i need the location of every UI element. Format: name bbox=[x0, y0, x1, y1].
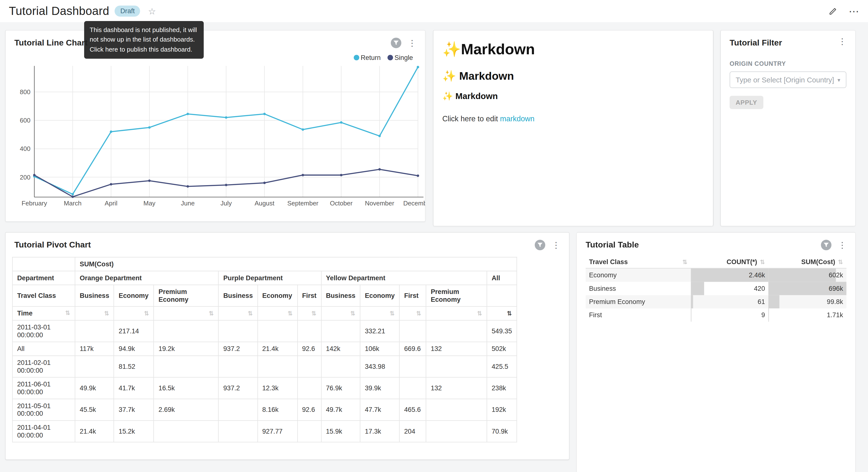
applied-filter-icon[interactable] bbox=[821, 240, 832, 250]
cell-count: 9 bbox=[691, 308, 768, 322]
pivot-cell: 142k bbox=[321, 342, 360, 356]
pivot-cell bbox=[426, 421, 487, 442]
pivot-cell: 217.14 bbox=[114, 320, 154, 342]
pivot-row-label: 2011-02-01 00:00:00 bbox=[12, 356, 75, 377]
pivot-cell: 92.6 bbox=[297, 399, 321, 420]
page-title: Tutorial Dashboard bbox=[9, 4, 109, 18]
pivot-row: 2011-06-01 00:00:0049.9k41.7k16.5k937.21… bbox=[12, 377, 517, 399]
sort-icon[interactable]: ⇅ bbox=[416, 310, 421, 317]
cell-count: 61 bbox=[691, 295, 768, 308]
pivot-cell: 502k bbox=[487, 342, 517, 356]
sort-icon[interactable]: ⇅ bbox=[682, 258, 687, 265]
svg-text:August: August bbox=[254, 200, 275, 207]
cell-travel-class: Business bbox=[586, 282, 691, 295]
sort-icon[interactable]: ⇅ bbox=[390, 310, 395, 317]
pivot-empty-header bbox=[487, 285, 517, 306]
pivot-cell bbox=[321, 356, 360, 377]
pivot-time-header: Time⇅ bbox=[12, 306, 75, 320]
sort-icon[interactable]: ⇅ bbox=[350, 310, 355, 317]
apply-button[interactable]: APPLY bbox=[730, 96, 763, 109]
markdown-h3: ✨ Markdown bbox=[442, 91, 704, 101]
markdown-edit-link[interactable]: markdown bbox=[500, 115, 534, 123]
edit-dashboard-icon[interactable] bbox=[828, 6, 837, 16]
pivot-class-header: First bbox=[297, 285, 321, 306]
chart-menu-icon[interactable]: ⋮ bbox=[552, 241, 560, 249]
pivot-dept-row: DepartmentOrange DepartmentPurple Depart… bbox=[12, 271, 517, 285]
pivot-row-label: 2011-04-01 00:00:00 bbox=[12, 421, 75, 442]
svg-text:December: December bbox=[403, 200, 425, 207]
svg-text:400: 400 bbox=[20, 145, 30, 152]
pivot-corner-cell bbox=[12, 257, 75, 271]
pivot-cell bbox=[297, 356, 321, 377]
filter-card-title: Tutorial Filter bbox=[730, 38, 782, 47]
pivot-group-header: Orange Department bbox=[75, 271, 219, 285]
pivot-chart-card: Tutorial Pivot Chart ⋮ SUM(Cost)Departme… bbox=[6, 233, 569, 460]
applied-filter-icon[interactable] bbox=[391, 38, 401, 48]
svg-text:600: 600 bbox=[20, 117, 30, 124]
pivot-class-header: Economy bbox=[360, 285, 400, 306]
legend-dot-icon bbox=[387, 55, 393, 60]
pivot-cell: 117k bbox=[75, 342, 114, 356]
pivot-measure-row: SUM(Cost) bbox=[12, 257, 517, 271]
cell-count: 2.46k bbox=[691, 268, 768, 282]
pivot-cell bbox=[297, 377, 321, 399]
pivot-row: 2011-04-01 00:00:0021.4k15.2k927.7715.9k… bbox=[12, 421, 517, 442]
cell-sum: 1.71k bbox=[768, 308, 846, 322]
origin-country-select[interactable]: Type or Select [Origin Country] ▾ bbox=[730, 71, 846, 88]
pivot-row: All117k94.9k19.2k937.221.4k92.6142k106k6… bbox=[12, 342, 517, 356]
pivot-cell: 19.2k bbox=[154, 342, 219, 356]
pivot-cell: 76.9k bbox=[321, 377, 360, 399]
favorite-star-icon[interactable]: ☆ bbox=[148, 6, 156, 17]
table-header-row: Travel Class⇅COUNT(*)⇅SUM(Cost)⇅ bbox=[586, 256, 846, 268]
more-options-icon[interactable]: ⋯ bbox=[849, 8, 859, 14]
sort-icon[interactable]: ⇅ bbox=[477, 310, 482, 317]
applied-filter-icon[interactable] bbox=[535, 240, 545, 250]
value-bar bbox=[691, 308, 691, 322]
svg-text:May: May bbox=[143, 200, 155, 207]
markdown-paragraph-text: Click here to edit bbox=[442, 115, 500, 123]
pivot-cell: 45.5k bbox=[75, 399, 114, 420]
chart-menu-icon[interactable]: ⋮ bbox=[408, 39, 416, 47]
column-header-count[interactable]: COUNT(*)⇅ bbox=[691, 256, 768, 268]
pivot-cell: 39.9k bbox=[360, 377, 400, 399]
sort-icon[interactable]: ⇅ bbox=[248, 310, 253, 317]
svg-text:800: 800 bbox=[20, 88, 30, 96]
unpublished-tooltip[interactable]: This dashboard is not published, it will… bbox=[84, 21, 204, 58]
pivot-cell bbox=[219, 320, 257, 342]
column-header-sum[interactable]: SUM(Cost)⇅ bbox=[768, 256, 846, 268]
pivot-cell: 2.69k bbox=[154, 399, 219, 420]
pivot-row: 2011-03-01 00:00:00217.14332.21549.35 bbox=[12, 320, 517, 342]
pivot-cell bbox=[154, 356, 219, 377]
pivot-class-header: Business bbox=[75, 285, 114, 306]
draft-status-badge[interactable]: Draft bbox=[115, 6, 141, 17]
line-chart-plot[interactable]: 200400600800FebruaryMarchAprilMayJuneJul… bbox=[6, 60, 425, 222]
pivot-all-header: All bbox=[487, 271, 517, 285]
chart-menu-icon[interactable]: ⋮ bbox=[838, 241, 846, 249]
sort-icon[interactable]: ⇅ bbox=[311, 310, 317, 317]
svg-text:July: July bbox=[221, 200, 232, 207]
sort-icon[interactable]: ⇅ bbox=[209, 310, 214, 317]
sort-desc-icon[interactable]: ⇅ bbox=[507, 310, 512, 317]
pivot-cell: 17.3k bbox=[360, 421, 400, 442]
pivot-cell bbox=[154, 320, 219, 342]
pivot-cell: 47.7k bbox=[360, 399, 400, 420]
sort-icon[interactable]: ⇅ bbox=[287, 310, 293, 317]
svg-text:October: October bbox=[330, 200, 352, 207]
filter-menu-icon[interactable]: ⋮ bbox=[838, 38, 846, 46]
sort-icon[interactable]: ⇅ bbox=[144, 310, 149, 317]
pivot-cell: 106k bbox=[360, 342, 400, 356]
legend-dot-icon bbox=[353, 55, 359, 60]
header-actions: ⋯ bbox=[828, 6, 859, 16]
sort-icon[interactable]: ⇅ bbox=[65, 309, 70, 317]
sort-icon[interactable]: ⇅ bbox=[104, 310, 109, 317]
pivot-cell: 192k bbox=[487, 399, 517, 420]
sort-icon[interactable]: ⇅ bbox=[760, 258, 765, 265]
column-header-travel-class[interactable]: Travel Class⇅ bbox=[586, 256, 691, 268]
line-chart-svg[interactable]: 200400600800FebruaryMarchAprilMayJuneJul… bbox=[6, 60, 425, 222]
pivot-class-header: Economy bbox=[114, 285, 154, 306]
table-row: First91.71k bbox=[586, 308, 846, 322]
sort-icon[interactable]: ⇅ bbox=[838, 258, 843, 265]
svg-text:March: March bbox=[64, 200, 82, 207]
pivot-class-header: Premium Economy bbox=[426, 285, 487, 306]
svg-text:200: 200 bbox=[20, 174, 30, 181]
